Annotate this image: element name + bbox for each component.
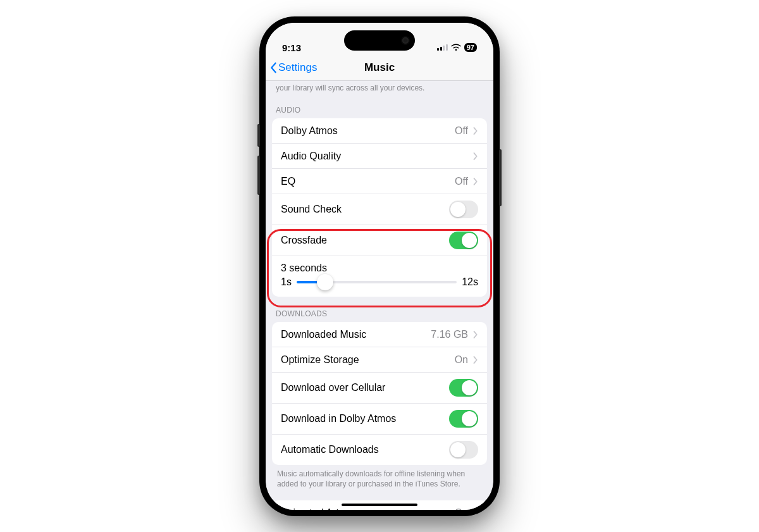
downloads-footer-hint: Music automatically downloads for offlin… [266,465,493,489]
chevron-right-icon [473,152,478,160]
downloaded-music-label: Downloaded Music [281,329,366,340]
eq-label: EQ [281,176,295,187]
downloads-group: Downloaded Music 7.16 GB Optimize Storag… [272,322,487,465]
crossfade-row: Crossfade [272,225,487,256]
nav-bar: Settings Music [266,56,493,81]
back-label: Settings [278,61,317,74]
crossfade-min: 1s [281,276,292,288]
sound-check-label: Sound Check [281,204,342,215]
audio-group: Dolby Atmos Off Audio Quality EQ [272,118,487,297]
eq-row[interactable]: EQ Off [272,169,487,194]
sound-check-toggle[interactable] [449,201,478,218]
battery-indicator: 97 [464,43,477,52]
home-indicator[interactable] [342,504,417,506]
automatic-downloads-label: Automatic Downloads [281,444,379,455]
download-cellular-toggle[interactable] [449,379,478,397]
dolby-atmos-label: Dolby Atmos [281,125,338,137]
download-cellular-row: Download over Cellular [272,373,487,404]
sound-check-row: Sound Check [272,194,487,225]
animated-art-value: On [455,507,468,509]
download-dolby-row: Download in Dolby Atmos [272,404,487,435]
audio-quality-row[interactable]: Audio Quality [272,144,487,169]
crossfade-label: Crossfade [281,235,327,246]
download-dolby-label: Download in Dolby Atmos [281,413,396,424]
optimize-storage-label: Optimize Storage [281,354,359,366]
crossfade-slider[interactable] [297,281,457,283]
automatic-downloads-toggle[interactable] [449,441,478,459]
downloaded-music-value: 7.16 GB [431,329,468,340]
crossfade-max: 12s [462,276,478,288]
optimize-storage-value: On [455,354,468,366]
animated-art-label: Animated Art [281,507,339,509]
status-time: 9:13 [282,42,301,53]
download-cellular-label: Download over Cellular [281,382,385,393]
scroll-content[interactable]: your library will sync across all your d… [266,81,493,510]
wifi-icon [451,42,461,53]
crossfade-duration-label: 3 seconds [281,263,478,274]
phone-frame: 9:13 97 Settings Music your library will… [259,16,500,516]
chevron-left-icon [269,62,277,73]
download-dolby-toggle[interactable] [449,410,478,428]
library-sync-hint: your library will sync across all your d… [266,81,493,94]
chevron-right-icon [473,331,478,338]
chevron-right-icon [473,127,478,135]
dolby-atmos-value: Off [455,125,468,137]
automatic-downloads-row: Automatic Downloads [272,435,487,465]
chevron-right-icon [473,178,478,185]
optimize-storage-row[interactable]: Optimize Storage On [272,347,487,373]
audio-quality-label: Audio Quality [281,151,341,162]
crossfade-toggle[interactable] [449,232,478,249]
page-title: Music [364,61,395,74]
dynamic-island [344,30,415,51]
screen: 9:13 97 Settings Music your library will… [266,23,493,510]
cellular-signal-icon [437,44,448,51]
chevron-right-icon [473,356,478,364]
eq-value: Off [455,176,468,187]
dolby-atmos-row[interactable]: Dolby Atmos Off [272,118,487,144]
downloads-section-header: DOWNLOADS [266,297,493,322]
crossfade-slider-row: 3 seconds 1s 12s [272,256,487,297]
back-button[interactable]: Settings [269,61,317,74]
downloaded-music-row[interactable]: Downloaded Music 7.16 GB [272,322,487,347]
audio-section-header: AUDIO [266,93,493,118]
